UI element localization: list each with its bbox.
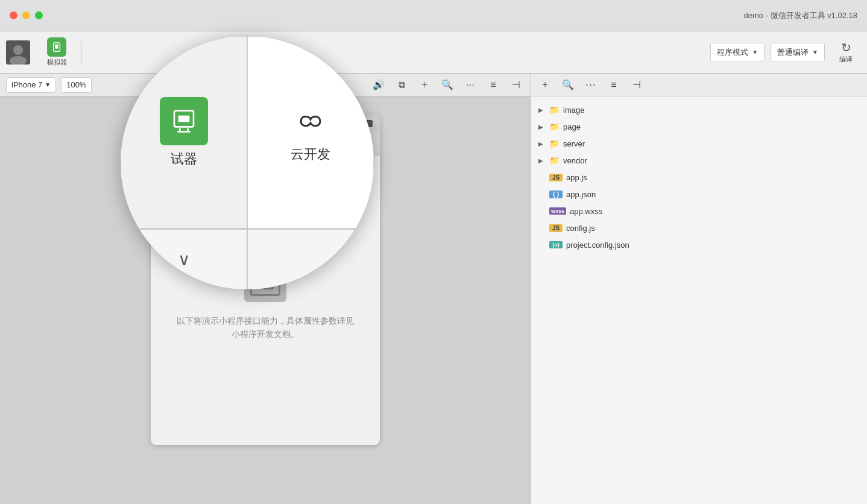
file-app-js[interactable]: JS app.js bbox=[531, 169, 867, 186]
magnify-bottom-row: ∨ bbox=[121, 228, 374, 289]
folder-icon: 📁 bbox=[549, 156, 560, 165]
file-tree-toolbar: ＋ 🔍 ··· ≡ ⊣ bbox=[531, 74, 867, 96]
tree-arrow-icon: ▶ bbox=[538, 107, 546, 113]
magnify-top-row: 试器 云开发 bbox=[121, 36, 374, 228]
svg-point-1 bbox=[13, 45, 23, 55]
translate-label: 编译 bbox=[839, 55, 853, 64]
tree-arrow-icon: ▶ bbox=[538, 157, 546, 164]
config-badge: (o) bbox=[549, 241, 563, 248]
toolbar-separator-1 bbox=[81, 40, 81, 65]
add-file-icon[interactable]: ＋ bbox=[537, 77, 553, 93]
indent-icon[interactable]: ≡ bbox=[606, 77, 622, 93]
translate-button[interactable]: ↻ 编译 bbox=[831, 37, 861, 68]
wxss-badge: wxss bbox=[549, 207, 566, 215]
file-app-wxss[interactable]: wxss app.wxss bbox=[531, 203, 867, 219]
minimize-button[interactable] bbox=[22, 11, 30, 19]
titlebar: demo - 微信开发者工具 v1.02.18 bbox=[0, 0, 867, 31]
folder-icon: 📁 bbox=[549, 105, 560, 115]
right-panel: ＋ 🔍 ··· ≡ ⊣ ▶ 📁 image ▶ 📁 page ▶ 📁 serve… bbox=[531, 74, 867, 504]
chevron-down-icon: ∨ bbox=[178, 250, 191, 269]
simulator-button[interactable]: 模拟器 bbox=[39, 35, 75, 70]
file-name: app.js bbox=[566, 173, 587, 182]
magnify-dropdown-right bbox=[247, 229, 374, 289]
magnify-cloud-cell[interactable]: 云开发 bbox=[247, 36, 374, 228]
compile-mode-dropdown[interactable]: 普通编译 ▼ bbox=[771, 43, 825, 62]
debugger-label: 试器 bbox=[171, 150, 197, 168]
indent-icon[interactable]: ≡ bbox=[485, 77, 502, 93]
back-icon[interactable]: ⊣ bbox=[508, 77, 525, 93]
cloud-dev-icon bbox=[291, 102, 330, 140]
zoom-selector[interactable]: 100% bbox=[61, 77, 92, 93]
screen-rotate-icon[interactable]: ⧉ bbox=[393, 77, 410, 93]
close-button[interactable] bbox=[10, 11, 17, 19]
window-title: demo - 微信开发者工具 v1.02.18 bbox=[743, 10, 857, 21]
compile-mode-label: 普通编译 bbox=[777, 47, 809, 58]
folder-name: page bbox=[563, 122, 581, 131]
avatar[interactable] bbox=[6, 40, 30, 65]
chevron-down-icon: ▼ bbox=[752, 49, 758, 55]
file-app-json[interactable]: { } app.json bbox=[531, 186, 867, 203]
cloud-label: 云开发 bbox=[291, 145, 330, 163]
device-name: iPhone 7 bbox=[11, 80, 42, 89]
chevron-down-icon: ▼ bbox=[45, 81, 51, 88]
collapse-icon[interactable]: ⊣ bbox=[629, 77, 645, 93]
toolbar-right: 程序模式 ▼ 普通编译 ▼ ↻ 编译 bbox=[710, 37, 861, 68]
magnify-overlay: 试器 云开发 ∨ bbox=[121, 36, 374, 289]
file-tree: ▶ 📁 image ▶ 📁 page ▶ 📁 server ▶ 📁 vendor… bbox=[531, 96, 867, 258]
plus-icon[interactable]: ＋ bbox=[416, 77, 433, 93]
file-name: config.js bbox=[566, 224, 595, 233]
file-name: app.json bbox=[566, 190, 596, 199]
folder-vendor[interactable]: ▶ 📁 vendor bbox=[531, 152, 867, 169]
magnify-inner: 试器 云开发 ∨ bbox=[121, 36, 374, 289]
folder-server[interactable]: ▶ 📁 server bbox=[531, 135, 867, 152]
folder-name: vendor bbox=[563, 156, 587, 165]
zoom-level: 100% bbox=[66, 80, 86, 89]
folder-name: image bbox=[563, 106, 584, 115]
device-bar-right: 🔊 ⧉ ＋ 🔍 ··· ≡ ⊣ bbox=[370, 77, 525, 93]
chevron-down-icon: ▼ bbox=[812, 49, 818, 55]
folder-icon: 📁 bbox=[549, 139, 560, 148]
search-icon[interactable]: 🔍 bbox=[439, 77, 456, 93]
simulator-label: 模拟器 bbox=[47, 58, 67, 67]
tree-arrow-icon: ▶ bbox=[538, 140, 546, 147]
more-options-icon[interactable]: ··· bbox=[583, 77, 599, 93]
file-name: project.config.json bbox=[566, 241, 629, 250]
folder-page[interactable]: ▶ 📁 page bbox=[531, 118, 867, 135]
folder-icon: 📁 bbox=[549, 122, 560, 131]
maximize-button[interactable] bbox=[35, 11, 43, 19]
traffic-lights bbox=[10, 11, 43, 19]
tree-arrow-icon: ▶ bbox=[538, 124, 546, 130]
js-badge: JS bbox=[549, 224, 563, 232]
more-icon[interactable]: ··· bbox=[462, 77, 479, 93]
phone-description: 以下将演示小程序接口能力，具体属性参数详见 小程序开发文档。 bbox=[177, 314, 354, 341]
folder-image[interactable]: ▶ 📁 image bbox=[531, 101, 867, 118]
json-badge: { } bbox=[549, 191, 563, 198]
magnify-debugger-cell[interactable]: 试器 bbox=[121, 36, 247, 228]
svg-rect-6 bbox=[178, 115, 190, 122]
svg-rect-4 bbox=[55, 45, 58, 49]
folder-name: server bbox=[563, 139, 585, 148]
refresh-icon: ↻ bbox=[841, 40, 851, 55]
file-project-config-json[interactable]: (o) project.config.json bbox=[531, 236, 867, 253]
file-name: app.wxss bbox=[570, 207, 602, 216]
program-mode-dropdown[interactable]: 程序模式 ▼ bbox=[710, 43, 765, 62]
file-config-js[interactable]: JS config.js bbox=[531, 219, 867, 236]
device-selector[interactable]: iPhone 7 ▼ bbox=[6, 77, 56, 93]
program-mode-label: 程序模式 bbox=[717, 47, 748, 58]
search-file-icon[interactable]: 🔍 bbox=[560, 77, 576, 93]
js-badge: JS bbox=[549, 174, 563, 181]
magnify-dropdown-left[interactable]: ∨ bbox=[121, 229, 247, 289]
